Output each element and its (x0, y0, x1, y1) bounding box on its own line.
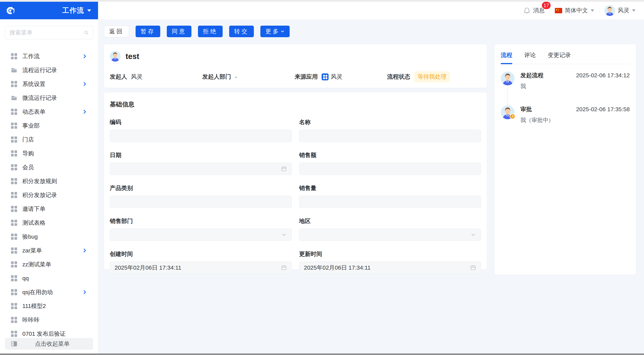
sidebar-menu: 工作流 流程运行记录 系统设置 微流运行记录 动态表单 事业部 门店 (0, 49, 98, 338)
record-title: test (126, 52, 139, 61)
region-select[interactable] (299, 229, 481, 241)
user-menu[interactable]: 风灵 (604, 5, 636, 16)
sidebar-item-business-unit[interactable]: 事业部 (0, 119, 98, 133)
field-name: 名称 (299, 118, 481, 142)
sidebar-item-process-run-log[interactable]: 流程运行记录 (0, 63, 98, 77)
collapse-panel-icon (11, 340, 17, 347)
folder-icon (11, 67, 17, 74)
app-title: 工作流 (62, 6, 84, 15)
sidebar-item-points-record[interactable]: 积分发放记录 (0, 188, 98, 202)
record-header-card: test 发起人 风灵 发起人部门 - 来源应用 风灵 流程状态 等待我处理 (104, 44, 487, 88)
sidebar-item-zar-menu[interactable]: zar菜单 (0, 244, 98, 257)
process-panel: 流程 评论 变更记录 发起流程 2025-02-06 17:34:12 我 审批… (494, 44, 636, 275)
sidebar-item-points-rule[interactable]: 积分发放规则 (0, 174, 98, 188)
grid-icon (11, 317, 17, 323)
sidebar-item-0701-verify[interactable]: 0701 发布后验证 (0, 327, 98, 338)
tab-process[interactable]: 流程 (501, 51, 512, 64)
search-icon (84, 30, 88, 36)
section-title: 基础信息 (110, 100, 481, 109)
topbar: 消息 17 简体中文 风灵 (98, 2, 644, 19)
chevron-down-icon (591, 10, 594, 12)
sidebar-item-qq[interactable]: qq (0, 271, 98, 285)
sidebar-item-invite-order[interactable]: 邀请下单 (0, 202, 98, 216)
field-sales-amount: 销售额 (299, 151, 481, 175)
messages-count-badge: 17 (541, 1, 551, 10)
sales-amount-input[interactable] (299, 163, 481, 175)
grid-icon (11, 81, 17, 87)
search-input[interactable] (10, 29, 84, 36)
collapse-menu-button[interactable]: 点击收起菜单 (5, 338, 93, 349)
calendar-icon (281, 166, 287, 172)
transfer-button[interactable]: 转交 (229, 26, 254, 37)
tab-change-log[interactable]: 变更记录 (548, 51, 571, 64)
grid-icon (11, 178, 17, 184)
folder-icon (11, 95, 17, 101)
field-region: 地区 (299, 217, 481, 241)
form-card: 基础信息 编码 名称 日期 销售额 (104, 93, 487, 269)
sidebar-header: 工作流 (0, 2, 98, 19)
created-time-input[interactable]: 2025年02月06日 17:34:11 (110, 261, 292, 274)
field-created-time: 创建时间 2025年02月06日 17:34:11 (110, 250, 292, 274)
user-avatar (604, 5, 615, 16)
approve-button[interactable]: 同意 (167, 26, 192, 37)
chevron-down-icon (632, 10, 636, 12)
grid-icon (11, 192, 17, 198)
app-logo-icon[interactable] (6, 6, 15, 15)
chevron-right-icon (82, 82, 87, 87)
sidebar-item-microflow-run-log[interactable]: 微流运行记录 (0, 91, 98, 105)
sidebar-item-111-model2[interactable]: 111模型2 (0, 299, 98, 313)
sidebar-item-verify-bug[interactable]: 验bug (0, 230, 98, 244)
code-input[interactable] (110, 130, 292, 142)
sidebar-item-guide[interactable]: 导购 (0, 146, 98, 160)
chevron-down-icon (470, 232, 476, 238)
sidebar-item-kakaka[interactable]: 咔咔咔 (0, 313, 98, 327)
sidebar-item-test-table[interactable]: 测试表格 (0, 216, 98, 230)
horizontal-scrollbar[interactable] (0, 353, 644, 355)
sidebar-item-dynamic-form[interactable]: 动态表单 (0, 105, 98, 119)
grid-icon (11, 150, 17, 157)
product-category-input[interactable] (110, 196, 292, 208)
grid-icon (11, 275, 17, 281)
field-date: 日期 (110, 151, 292, 175)
meta-initiator: 发起人 风灵 (110, 71, 202, 82)
sidebar-item-system-settings[interactable]: 系统设置 (0, 77, 98, 91)
record-avatar (110, 51, 120, 62)
messages-button[interactable]: 消息 17 (524, 7, 545, 15)
sidebar-item-store[interactable]: 门店 (0, 133, 98, 146)
meta-source-app: 来源应用 风灵 (295, 71, 387, 82)
chevron-down-icon (87, 10, 91, 12)
language-selector[interactable]: 简体中文 (555, 7, 594, 15)
sidebar-item-member[interactable]: 会员 (0, 160, 98, 174)
panel-tabs: 流程 评论 变更记录 (501, 51, 630, 64)
grid-icon (11, 330, 17, 337)
field-sales-volume: 销售量 (299, 184, 481, 208)
reject-button[interactable]: 拒绝 (198, 26, 223, 37)
meta-process-status: 流程状态 等待我处理 (387, 71, 481, 82)
sales-volume-input[interactable] (299, 196, 481, 208)
timeline-item-approval: 审批 2025-02-06 17:35:58 我（审批中） (501, 105, 630, 127)
menu-search-box (5, 26, 93, 39)
back-button[interactable]: 返回 (104, 26, 129, 37)
china-flag-icon (555, 8, 562, 13)
app-switcher[interactable]: 工作流 (62, 6, 91, 15)
fields-grid: 编码 名称 日期 销售额 产品类别 (110, 118, 481, 274)
chevron-right-icon (82, 248, 87, 253)
timeline-item-start: 发起流程 2025-02-06 17:34:12 我 (501, 72, 630, 93)
grid-icon (11, 53, 17, 60)
meta-initiator-department: 发起人部门 - (202, 71, 295, 82)
save-draft-button[interactable]: 暂存 (136, 26, 160, 37)
date-input[interactable] (110, 163, 292, 175)
process-timeline: 发起流程 2025-02-06 17:34:12 我 审批 2025-02-06… (501, 72, 630, 127)
sidebar-item-workflow[interactable]: 工作流 (0, 49, 98, 63)
sales-department-select[interactable] (110, 229, 292, 241)
tab-comments[interactable]: 评论 (524, 51, 536, 64)
bell-icon (524, 7, 530, 14)
name-input[interactable] (299, 130, 481, 142)
more-button[interactable]: 更多 (260, 26, 290, 37)
sidebar-item-qsj-in-use[interactable]: qsj在用勿动 (0, 285, 98, 299)
updated-time-input[interactable]: 2025年02月06日 17:34:11 (299, 261, 481, 274)
grid-icon (11, 109, 17, 115)
chevron-down-icon (280, 29, 285, 34)
field-updated-time: 更新时间 2025年02月06日 17:34:11 (299, 250, 481, 274)
sidebar-item-zz-test-menu[interactable]: zz测试菜单 (0, 257, 98, 271)
